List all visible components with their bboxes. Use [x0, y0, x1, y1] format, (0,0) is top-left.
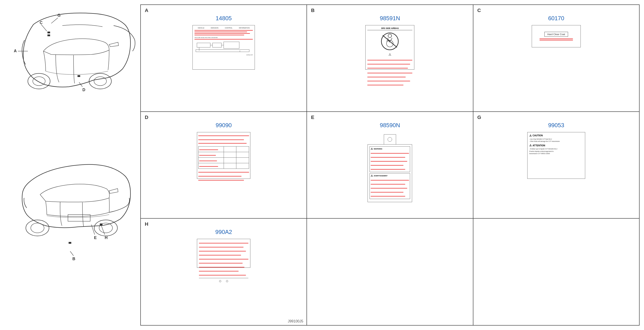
cell-e-part-number: 98590N: [380, 122, 400, 129]
svg-line-30: [383, 35, 397, 47]
cell-e-label: E: [311, 115, 314, 120]
emission-control-label: VEHICLE EMISSION CONTROL INFORMATION VAC…: [192, 25, 255, 70]
cell-h: H 990A2 ◇ ◇ J99100J5: [140, 218, 307, 325]
emission-line-1: [194, 30, 253, 31]
airbag-warning-icon: [379, 31, 401, 51]
svg-line-5: [41, 24, 47, 31]
cell-d-label: D: [145, 115, 148, 120]
cell-g-label: G: [478, 115, 481, 120]
cell-h-empty-1: [307, 218, 473, 325]
text-label-990a2: ◇ ◇: [197, 239, 250, 268]
tag-body: ⚠ WARNING ⚠ AVERTISSEMNT: [368, 144, 412, 202]
svg-point-1: [94, 77, 106, 86]
cell-c-part-number: 60170: [548, 15, 564, 22]
parts-grid: A 14805 VEHICLE EMISSION CONTROL INFORMA…: [140, 4, 640, 326]
cell-b-label: B: [311, 7, 314, 13]
car-diagrams-svg: G C A D: [0, 0, 138, 330]
caution-header: ⚠ CAUTION: [529, 134, 583, 137]
caution-line1: - Use Only NISSAN CVT fluid NS-2 - Other…: [529, 138, 583, 143]
cell-g: G 99053 ⚠ CAUTION - Use Only NISSAN CVT …: [473, 112, 639, 219]
label-b: B: [72, 257, 75, 261]
cell-g-part-number: 99053: [548, 122, 564, 129]
srs-airbag-label: SRS SIDE AIRBAG ⚠: [365, 25, 414, 70]
cell-h-part-number: 990A2: [216, 229, 232, 235]
hard-clear-coat-text: Hard Clear Coat: [544, 32, 568, 37]
svg-rect-6: [48, 31, 50, 33]
cell-b: B 98591N SRS SIDE AIRBAG ⚠: [307, 5, 473, 112]
label-g-top: G: [58, 13, 60, 17]
svg-rect-20: [68, 242, 71, 244]
table-row: [198, 163, 249, 168]
cell-h-empty-2: [473, 218, 639, 325]
reference-number: J99100J5: [288, 319, 303, 323]
table-row: [198, 146, 249, 152]
svg-line-4: [51, 18, 58, 23]
cell-a: A 14805 VEHICLE EMISSION CONTROL INFORMA…: [140, 5, 307, 112]
svg-point-31: [388, 34, 392, 38]
warning-section: ⚠ WARNING: [370, 146, 410, 172]
hard-clear-coat-label: Hard Clear Coat: [532, 25, 581, 47]
tag-hole: [388, 137, 392, 142]
tire-table: [198, 146, 249, 169]
svg-rect-21: [197, 43, 210, 47]
svg-rect-18: [100, 223, 102, 225]
caution-text: CAUTION: [532, 134, 543, 137]
svg-point-0: [89, 73, 112, 89]
table-row: [198, 158, 249, 163]
cell-c: C 60170 Hard Clear Coat: [473, 5, 639, 112]
svg-point-15: [31, 223, 44, 233]
label-e: E: [94, 235, 97, 240]
table-row: [198, 152, 249, 158]
tire-label: [197, 132, 250, 179]
label-a: A: [14, 49, 17, 53]
avertissemnt-section: ⚠ AVERTISSEMNT: [370, 173, 410, 199]
bottom-decoration: ◇ ◇: [199, 278, 248, 283]
cell-d-part-number: 99090: [216, 122, 232, 129]
svg-rect-27: [196, 50, 249, 52]
attention-text: ATTENTION: [532, 144, 545, 147]
cell-c-label: C: [478, 7, 481, 13]
cell-d: D 99090: [140, 112, 307, 219]
svg-line-17: [101, 226, 105, 235]
attention-lines: - N'utiliser que le liquide CVT NISSAN N…: [529, 148, 583, 155]
avertissemnt-title: AVERTISSEMNT: [374, 175, 388, 177]
label-h: H: [105, 235, 108, 240]
svg-rect-22: [212, 43, 222, 47]
engine-diagram: ▽: [194, 41, 253, 53]
vacuum-text: VACUUM HOSE ROUTING DIAGRAM: [194, 37, 253, 38]
srs-hang-tag: ⚠ WARNING ⚠ AVERTISSEMNT: [368, 134, 412, 202]
cell-h-label: H: [145, 221, 148, 227]
cell-b-part-number: 98591N: [380, 15, 400, 22]
cell-a-label: A: [145, 7, 148, 13]
label-c: C: [40, 20, 42, 25]
svg-point-12: [94, 220, 118, 236]
car-diagram-panel: G C A D: [0, 0, 138, 330]
cvt-caution-label: ⚠ CAUTION - Use Only NISSAN CVT fluid NS…: [527, 132, 585, 179]
svg-rect-11: [68, 215, 90, 221]
svg-point-2: [28, 73, 50, 89]
svg-rect-23: [224, 42, 239, 48]
svg-rect-7: [48, 34, 50, 36]
catalyst-text: CATALYST: [194, 54, 253, 56]
cell-a-part-number: 14805: [216, 15, 232, 22]
cell-e: E 98590N ⚠ WARNING: [307, 112, 473, 219]
srs-header: SRS SIDE AIRBAG: [367, 27, 412, 30]
emission-header: VEHICLE EMISSION CONTROL INFORMATION: [194, 27, 253, 29]
svg-point-3: [33, 77, 45, 86]
label-d: D: [82, 88, 85, 92]
svg-line-19: [70, 251, 74, 256]
warning-title: WARNING: [374, 148, 382, 150]
tag-handle: [384, 134, 396, 144]
svg-rect-10: [78, 75, 80, 77]
attention-header: ⚠ ATTENTION: [529, 144, 583, 147]
